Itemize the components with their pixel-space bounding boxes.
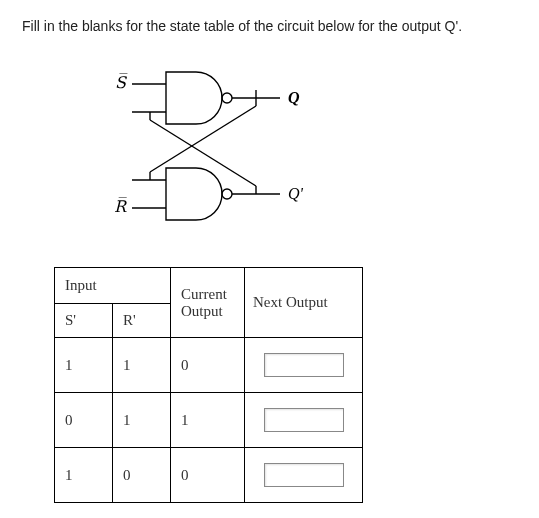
label-r-bar: R̅ xyxy=(114,196,128,215)
cell-s: 1 xyxy=(55,448,113,503)
header-current: Current Output xyxy=(171,268,245,338)
next-output-input-2[interactable] xyxy=(264,408,344,432)
label-q-prime: Q' xyxy=(288,185,304,202)
header-r: R' xyxy=(113,304,171,338)
cell-current: 0 xyxy=(171,448,245,503)
header-next: Next Output xyxy=(245,268,363,338)
state-table: Input Current Output Next Output S' R' 1… xyxy=(54,267,363,503)
header-s: S' xyxy=(55,304,113,338)
cell-r: 1 xyxy=(113,393,171,448)
next-output-input-3[interactable] xyxy=(264,463,344,487)
table-row: 1 1 0 xyxy=(55,338,363,393)
cell-r: 0 xyxy=(113,448,171,503)
svg-point-2 xyxy=(222,93,232,103)
table-row: 0 1 1 xyxy=(55,393,363,448)
table-row: 1 0 0 xyxy=(55,448,363,503)
label-s-bar: S̅ xyxy=(115,72,128,91)
svg-point-7 xyxy=(222,189,232,199)
cell-r: 1 xyxy=(113,338,171,393)
cell-next xyxy=(245,448,363,503)
question-text: Fill in the blanks for the state table o… xyxy=(22,18,517,34)
cell-next xyxy=(245,338,363,393)
next-output-input-1[interactable] xyxy=(264,353,344,377)
header-input: Input xyxy=(55,268,171,304)
cell-s: 1 xyxy=(55,338,113,393)
cell-current: 1 xyxy=(171,393,245,448)
cell-s: 0 xyxy=(55,393,113,448)
cell-next xyxy=(245,393,363,448)
cell-current: 0 xyxy=(171,338,245,393)
label-q: Q xyxy=(288,89,300,106)
circuit-diagram: S̅ R̅ Q Q' xyxy=(102,66,517,229)
